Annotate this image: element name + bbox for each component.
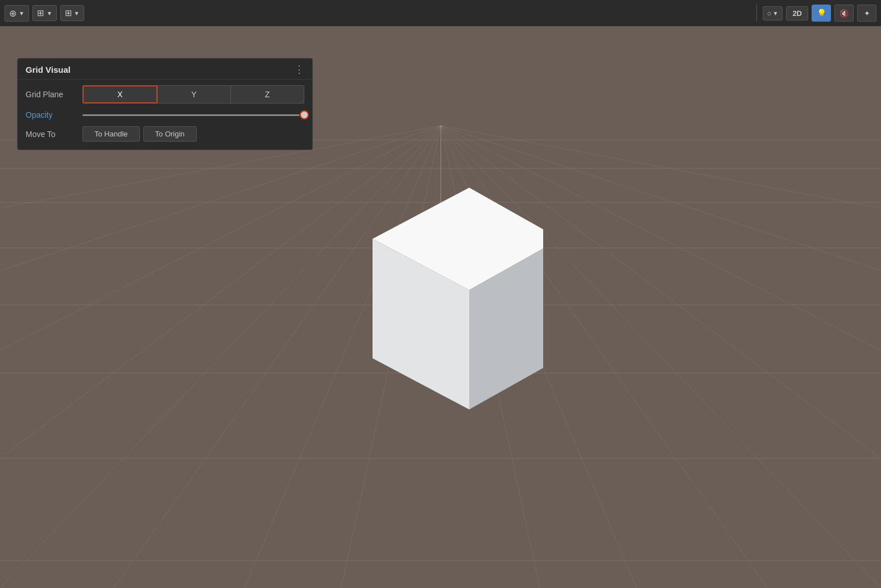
light-btn[interactable]: 💡 bbox=[812, 5, 831, 22]
panel-title: Grid Visual bbox=[26, 65, 71, 74]
grid-plane-y-btn[interactable]: Y bbox=[158, 85, 231, 103]
grid-plane-row: Grid Plane X Y Z bbox=[26, 85, 304, 103]
toolbar-separator-1 bbox=[756, 5, 757, 22]
panel-header: Grid Visual ⋮ bbox=[18, 59, 312, 80]
grid-plane-x-btn[interactable]: X bbox=[82, 85, 158, 103]
camera-btn[interactable]: ○ ▼ bbox=[763, 6, 783, 20]
opacity-row: Opacity bbox=[26, 109, 304, 121]
camera-icon: ○ bbox=[767, 9, 772, 18]
fx-btn[interactable]: ✦ bbox=[857, 5, 876, 22]
move-tool-btn[interactable]: ⊕ ▼ bbox=[5, 5, 29, 22]
grid-tool-dropdown-arrow[interactable]: ▼ bbox=[74, 10, 80, 16]
move-to-label: Move To bbox=[26, 130, 77, 139]
to-origin-btn[interactable]: To Origin bbox=[143, 126, 197, 142]
move-to-row: Move To To Handle To Origin bbox=[26, 126, 304, 142]
move-icon: ⊕ bbox=[9, 8, 16, 19]
opacity-label: Opacity bbox=[26, 110, 77, 119]
grid-lines-icon: ⊞ bbox=[65, 8, 72, 18]
grid-tool-btn[interactable]: ⊞ ▼ bbox=[60, 5, 84, 21]
slider-thumb[interactable] bbox=[300, 110, 309, 119]
move-tool-dropdown-arrow[interactable]: ▼ bbox=[19, 10, 24, 16]
grid-plane-buttons: X Y Z bbox=[82, 85, 304, 103]
scene-viewport[interactable]: Grid Visual ⋮ Grid Plane X Y Z Opacity bbox=[0, 26, 881, 588]
cube-object bbox=[338, 171, 543, 409]
opacity-slider-container[interactable] bbox=[82, 109, 304, 121]
snap-icon: ⊞ bbox=[37, 8, 44, 18]
panel-menu-btn[interactable]: ⋮ bbox=[294, 64, 304, 74]
cube-svg bbox=[338, 171, 543, 409]
snap-tool-dropdown-arrow[interactable]: ▼ bbox=[47, 10, 52, 16]
panel-body: Grid Plane X Y Z Opacity Mov bbox=[18, 80, 312, 150]
camera-dropdown-arrow[interactable]: ▼ bbox=[772, 10, 778, 16]
2d-label: 2D bbox=[792, 9, 802, 18]
light-icon: 💡 bbox=[817, 9, 826, 18]
to-handle-btn[interactable]: To Handle bbox=[82, 126, 140, 142]
snap-tool-btn[interactable]: ⊞ ▼ bbox=[32, 5, 57, 21]
slider-track bbox=[82, 114, 304, 116]
grid-plane-label: Grid Plane bbox=[26, 90, 77, 99]
fx-icon: ✦ bbox=[864, 9, 870, 18]
grid-visual-panel: Grid Visual ⋮ Grid Plane X Y Z Opacity bbox=[17, 58, 313, 150]
toolbar: ⊕ ▼ ⊞ ▼ ⊞ ▼ ○ ▼ 2D 💡 🔇 ✦ bbox=[0, 0, 881, 26]
audio-icon: 🔇 bbox=[839, 9, 849, 18]
audio-btn[interactable]: 🔇 bbox=[834, 5, 854, 22]
2d-toggle-btn[interactable]: 2D bbox=[786, 6, 808, 20]
slider-fill bbox=[82, 114, 304, 116]
toolbar-right: ○ ▼ 2D 💡 🔇 ✦ bbox=[754, 5, 876, 22]
grid-plane-z-btn[interactable]: Z bbox=[231, 85, 304, 103]
move-to-buttons: To Handle To Origin bbox=[82, 126, 197, 142]
